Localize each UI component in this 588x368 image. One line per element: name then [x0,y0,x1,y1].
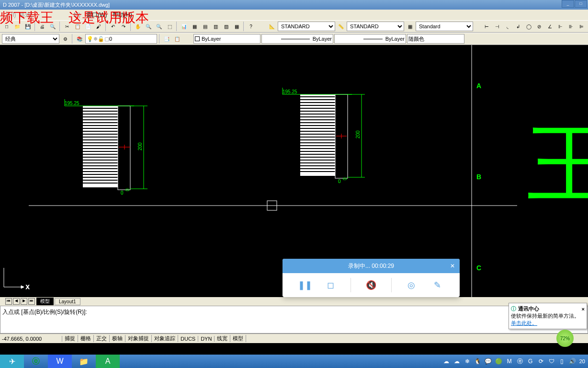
match-button[interactable]: 🖌 [94,22,103,31]
dim-linear-button[interactable]: ⊢ [482,22,491,31]
dc-button[interactable]: ▦ [190,22,199,31]
tab-first-button[interactable]: ⏮ [5,298,12,305]
open-button[interactable]: 📁 [12,22,22,31]
toggle-ortho[interactable]: 正交 [94,335,110,342]
dim2-icon[interactable]: 📏 [336,22,346,31]
table-icon[interactable]: ▦ [405,22,415,31]
taskbar-app-cad[interactable]: A [96,355,120,368]
dim-icon[interactable]: 📐 [267,22,277,31]
recorder-draw-button[interactable]: ✎ [431,279,443,291]
toggle-grid[interactable]: 栅格 [78,335,94,342]
layer-combo[interactable]: 💡❄🔓▢ 0 [85,34,157,44]
taskbar-app-wps[interactable]: W [48,355,72,368]
toggle-ducs[interactable]: DUCS [178,336,198,342]
tray-360-icon[interactable]: 🟢 [495,357,503,365]
new-button[interactable]: □ [2,22,11,31]
ws-settings-button[interactable]: ⚙ [60,34,70,44]
tray-ie-icon[interactable]: ⓔ [516,357,524,365]
tray-speaker-icon[interactable]: 🔊 [569,357,577,365]
ssm-button[interactable]: ▥ [211,22,220,31]
tab-next-button[interactable]: ▶ [21,298,27,305]
menu-help[interactable]: 帮助(H) [113,11,132,19]
cut-button[interactable]: ✂ [62,22,72,31]
toggle-osnap[interactable]: 对象捕捉 [125,335,152,342]
tab-model[interactable]: 模型 [36,298,54,305]
undo-button[interactable]: ↶ [108,22,118,31]
notification-close-button[interactable]: × [582,306,585,312]
tp-button[interactable]: ▤ [200,22,210,31]
recorder-header[interactable]: 录制中... 00:00:29 ✕ [283,259,460,273]
zoom-win-button[interactable]: ⬚ [165,22,174,31]
dim-arc-button[interactable]: ◟ [503,22,512,31]
notification-link[interactable]: 单击此处。 [511,320,537,326]
redo-button[interactable]: ↷ [119,22,128,31]
dim-ord-button[interactable]: ↲ [513,22,523,31]
pan-button[interactable]: ✋ [133,22,143,31]
layer-state-button[interactable]: 📑 [162,34,171,44]
recorder-stop-button[interactable]: ◻ [325,279,337,291]
toggle-polar[interactable]: 极轴 [110,335,125,342]
copy-button[interactable]: 📋 [73,22,82,31]
svg-rect-41 [300,94,335,176]
tab-prev-button[interactable]: ◀ [13,298,20,305]
dim-rad-button[interactable]: ◯ [524,22,533,31]
tray-shield-icon[interactable]: 🛡 [548,357,555,365]
calc-button[interactable]: ▦ [232,22,241,31]
help-button[interactable]: ? [246,22,256,31]
tray-cloud2-icon[interactable]: ☁ [453,357,461,365]
linetype-combo[interactable]: ByLayer [261,34,333,44]
toggle-dyn[interactable]: DYN [198,336,215,342]
zoom-button[interactable]: 🔍 [144,22,153,31]
plotcolor-combo[interactable]: 随颜色 [407,34,464,44]
toggle-lwt[interactable]: 线宽 [215,335,230,342]
plot-button[interactable]: 🖨 [37,22,47,31]
lineweight-combo[interactable]: ByLayer [334,34,406,44]
zoom-prev-button[interactable]: 🔍 [154,22,164,31]
dim-cont-button[interactable]: ⊫ [577,22,586,31]
recorder-pause-button[interactable]: ❚❚ [299,279,311,291]
tray-refresh-icon[interactable]: ⟳ [537,357,545,365]
mkm-button[interactable]: ▨ [221,22,231,31]
tray-g-icon[interactable]: G [527,357,534,365]
toggle-otrack[interactable]: 对象追踪 [152,335,178,342]
recorder-camera-button[interactable]: ◎ [406,279,417,291]
system-tray: ☁ ☁ ❄ 🐧 💬 🟢 M ⓔ G ⟳ 🛡 ▯ 🔊 20 [442,357,588,365]
textstyle-combo[interactable]: STANDARD [278,22,335,31]
tray-clock[interactable]: 20 [579,358,585,364]
paste-button[interactable]: 📄 [83,22,93,31]
tray-snow-icon[interactable]: ❄ [464,357,471,365]
layer-prop-button[interactable]: 📚 [75,34,84,44]
dim-dia-button[interactable]: ⊘ [534,22,544,31]
tray-cloud-icon[interactable]: ☁ [442,357,450,365]
info-icon: ⓘ [511,305,516,312]
preview-button[interactable]: 🔍 [48,22,57,31]
maximize-button[interactable]: □ [575,0,587,8]
dim-ang-button[interactable]: ∠ [545,22,554,31]
tablestyle-combo[interactable]: Standard [416,22,473,31]
command-line[interactable]: 入点或 [基点(B)/比例(S)/旋转(R)]: [0,306,588,334]
workspace-combo[interactable]: 经典 [2,34,59,44]
props-button[interactable]: 📊 [179,22,189,31]
recorder-close-button[interactable]: ✕ [450,263,455,269]
taskbar-app-ie[interactable]: ⓔ [24,355,48,368]
taskbar-app-explorer[interactable]: 📁 [72,355,96,368]
toggle-snap[interactable]: 捕捉 [62,335,78,342]
tray-qq-icon[interactable]: 🐧 [474,357,482,365]
toggle-model[interactable]: 模型 [230,335,246,342]
dim-base-button[interactable]: ⊪ [566,22,576,31]
dim-aligned-button[interactable]: ⊣ [492,22,502,31]
tray-wechat-icon[interactable]: 💬 [485,357,492,365]
recorder-mute-button[interactable]: 🔇 [365,279,377,291]
taskbar-app-1[interactable]: ✈ [0,355,24,368]
tab-layout1[interactable]: Layout1 [55,298,80,305]
minimize-button[interactable]: _ [562,0,574,8]
tray-m-icon[interactable]: M [506,357,513,365]
tab-last-button[interactable]: ⏭ [28,298,35,305]
color-combo[interactable]: ByLayer [193,34,260,44]
save-button[interactable]: 💾 [23,22,33,31]
menu-window[interactable]: 窗口(W) [86,11,107,19]
layer-prev-button[interactable]: 📋 [172,34,182,44]
dim-quick-button[interactable]: ⊩ [555,22,565,31]
dimstyle-combo[interactable]: STANDARD [347,22,404,31]
tray-battery-icon[interactable]: ▯ [558,357,566,365]
